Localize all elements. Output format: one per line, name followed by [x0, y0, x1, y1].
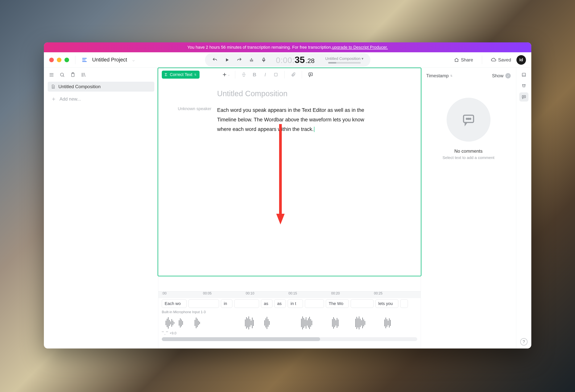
comments-empty-state: No comments Select text to add a comment — [426, 80, 511, 345]
share-button[interactable]: Share — [454, 57, 473, 63]
document-icon — [51, 84, 55, 89]
svg-rect-3 — [263, 58, 264, 60]
word-chip[interactable]: The Wo — [326, 299, 349, 308]
word-chip[interactable]: as — [274, 299, 286, 308]
clipboard-icon[interactable] — [70, 72, 76, 78]
ruler-tick: :00 — [162, 292, 167, 295]
minimize-window-button[interactable] — [57, 58, 61, 62]
app-logo-icon — [81, 57, 88, 63]
timeline: :00 00:05 00:10 00:15 00:20 00:25 Each w… — [158, 291, 421, 348]
rail-clips-button[interactable] — [519, 81, 528, 91]
edit-mode-toggle[interactable]: Correct Text ⇅ — [162, 71, 200, 79]
close-window-button[interactable] — [49, 58, 54, 62]
undo-button[interactable] — [212, 57, 218, 63]
play-button[interactable] — [224, 57, 230, 63]
svg-rect-65 — [365, 321, 365, 325]
svg-rect-27 — [199, 322, 200, 324]
timeline-ruler[interactable]: :00 00:05 00:10 00:15 00:20 00:25 — [158, 292, 421, 298]
bold-button[interactable]: B — [251, 71, 258, 78]
svg-rect-15 — [170, 321, 171, 324]
word-chip-gap[interactable] — [351, 299, 374, 308]
zoom-window-button[interactable] — [65, 58, 69, 62]
ruler-tick: 00:25 — [374, 292, 383, 295]
svg-rect-59 — [358, 318, 358, 327]
sidebar-add-new[interactable]: ＋ Add new... — [48, 93, 154, 105]
word-chip[interactable]: as — [261, 299, 272, 308]
upgrade-banner: You have 2 hours 56 minutes of transcrip… — [44, 42, 531, 52]
separator — [75, 56, 75, 64]
word-chip[interactable]: in t — [288, 299, 303, 308]
word-chip[interactable]: in — [221, 299, 232, 308]
svg-rect-36 — [264, 320, 265, 326]
upgrade-link[interactable]: upgrade to Descript Producer. — [332, 45, 388, 50]
svg-rect-17 — [173, 321, 173, 325]
record-mic-button[interactable] — [261, 57, 267, 63]
library-icon[interactable] — [80, 72, 87, 78]
highlight-button[interactable] — [273, 71, 279, 78]
redo-button[interactable] — [236, 57, 242, 63]
help-button[interactable]: ? — [520, 338, 527, 345]
text-cursor-icon — [164, 73, 168, 77]
paragraph-row: Unknown speaker Each word you speak appe… — [170, 105, 409, 134]
svg-rect-43 — [304, 318, 304, 328]
word-chip-gap[interactable] — [189, 299, 219, 308]
svg-rect-35 — [253, 320, 254, 326]
project-name: Untitled Project — [92, 57, 127, 63]
overdub-button[interactable] — [248, 57, 255, 63]
svg-rect-71 — [390, 320, 391, 326]
svg-point-82 — [524, 97, 525, 97]
word-chip-gap[interactable] — [234, 299, 259, 308]
word-chip-gap[interactable] — [305, 299, 324, 308]
menu-icon[interactable] — [48, 72, 55, 78]
timecode-seconds: 35 — [295, 55, 305, 65]
svg-rect-68 — [387, 319, 387, 327]
rail-properties-button[interactable] — [519, 70, 528, 79]
attachment-button[interactable] — [290, 71, 296, 78]
check-circle-icon: ✓ — [505, 73, 511, 78]
scrollbar-thumb[interactable] — [162, 337, 320, 341]
rail-comments-button[interactable] — [519, 92, 528, 101]
timeline-scrollbar[interactable] — [162, 337, 417, 341]
search-icon[interactable] — [59, 72, 65, 78]
add-comment-button[interactable] — [307, 71, 314, 78]
user-avatar[interactable]: Id — [516, 55, 526, 65]
sidebar-item-composition[interactable]: Untitled Composition — [48, 82, 154, 92]
chevron-down-icon: ⌵ — [228, 73, 230, 76]
svg-rect-12 — [167, 319, 167, 327]
svg-rect-64 — [363, 319, 364, 326]
strikethrough-button[interactable] — [240, 71, 247, 78]
title-bar: Untitled Project ⌵ 0:00: 35 .28 Untitled… — [44, 52, 531, 68]
svg-rect-63 — [362, 318, 363, 328]
svg-rect-60 — [359, 317, 359, 329]
italic-button[interactable]: I — [262, 71, 268, 78]
svg-rect-39 — [268, 319, 268, 327]
svg-point-73 — [466, 118, 467, 120]
svg-rect-58 — [356, 317, 357, 329]
composition-mini[interactable]: Untitled Composition ▾ — [325, 56, 363, 64]
transcript-paragraph[interactable]: Each word you speak appears in the Text … — [217, 105, 370, 134]
timestamp-sort[interactable]: Timestamp ⇅ — [426, 73, 453, 78]
waveform[interactable] — [162, 315, 417, 331]
svg-rect-66 — [384, 319, 385, 326]
insert-menu[interactable]: ⌵ — [222, 72, 230, 77]
svg-rect-45 — [306, 317, 306, 329]
wordbar: Each wo in as as in t The Wo lets you — [158, 298, 421, 309]
separator — [302, 71, 302, 78]
svg-rect-46 — [307, 320, 308, 326]
comments-panel: Timestamp ⇅ Show ✓ No comments Select te… — [421, 68, 516, 348]
timecode-prefix: 0:00: — [276, 56, 295, 65]
word-chip-gap[interactable] — [400, 299, 408, 308]
document-title[interactable]: Untitled Composition — [217, 89, 409, 98]
ruler-tick: 00:15 — [288, 292, 297, 295]
speaker-label[interactable]: Unknown speaker — [170, 105, 211, 134]
chat-bubble-icon — [462, 113, 475, 126]
show-filter[interactable]: Show ✓ — [492, 73, 511, 78]
svg-point-81 — [524, 97, 524, 97]
svg-point-0 — [251, 59, 252, 59]
document-area[interactable]: Untitled Composition Unknown speaker Eac… — [158, 82, 421, 291]
svg-rect-47 — [308, 318, 309, 327]
word-chip[interactable]: lets you — [375, 299, 398, 308]
svg-rect-76 — [522, 73, 526, 76]
word-chip[interactable]: Each wo — [162, 299, 187, 308]
project-menu-chevron-icon[interactable]: ⌵ — [132, 58, 135, 62]
